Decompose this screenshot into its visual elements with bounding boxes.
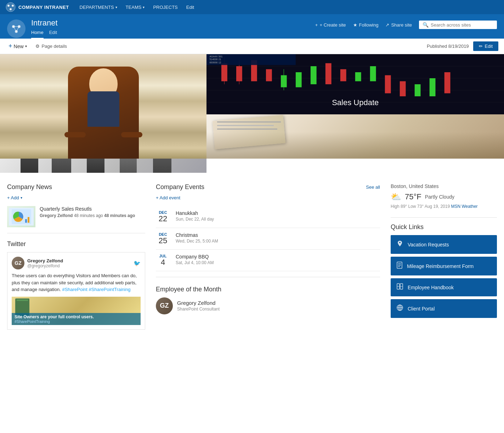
quick-links-section: Quick Links Vacation Requests <box>391 223 497 318</box>
hero-sales-chart[interactable]: AGA4X 501 514000 21 669990 12 Sales Upda… <box>206 54 504 114</box>
svg-point-4 <box>8 5 9 6</box>
share-site-button[interactable]: ↗ Share site <box>385 22 412 28</box>
event-item-christmas[interactable]: DEC 25 Christmas Wed, Dec 25, 5:00 AM <box>156 228 380 250</box>
page-action-bar-right: Published 8/19/2019 ✏ Edit <box>427 41 498 51</box>
nav-teams[interactable]: TEAMS ▾ <box>122 0 148 14</box>
weather-temperature: 75°F <box>405 192 421 201</box>
hero-meeting-image[interactable] <box>0 159 206 173</box>
company-news-title: Company News <box>7 183 145 191</box>
tweet-avatar: GZ <box>12 257 24 269</box>
tweet-hashtags[interactable]: #SharePoint #SharePointTraining <box>62 287 130 292</box>
page-action-bar-left: + New ▾ ⚙ Page details <box>6 41 67 51</box>
top-navigation: COMPANY INTRANET DEPARTMENTS ▾ TEAMS ▾ P… <box>0 0 504 14</box>
events-header: Company Events See all <box>156 183 380 191</box>
pencil-icon: ✏ <box>479 44 483 49</box>
event-item-hanukkah[interactable]: DEC 22 Hanukkah Sun, Dec 22, All day <box>156 206 380 228</box>
client-portal-button[interactable]: Client Portal <box>391 299 497 318</box>
logo-icon <box>6 2 16 12</box>
nav-edit[interactable]: Edit <box>183 0 198 14</box>
see-all-link[interactable]: See all <box>366 184 380 190</box>
svg-text:514000 21: 514000 21 <box>210 58 221 61</box>
chevron-down-icon: ▾ <box>115 5 117 9</box>
divider <box>7 233 145 233</box>
tweet-name: Gregory Zelfond <box>27 258 63 263</box>
company-logo[interactable]: COMPANY INTRANET <box>6 2 69 12</box>
published-date: Published 8/19/2019 <box>427 44 469 49</box>
company-name: COMPANY INTRANET <box>18 5 69 10</box>
settings-icon: ⚙ <box>35 44 40 49</box>
tweet-text: These users can do everything Visitors a… <box>12 272 141 293</box>
hero-books-image[interactable] <box>206 114 504 159</box>
page-details-button[interactable]: ⚙ Page details <box>35 44 67 49</box>
quick-links-title: Quick Links <box>391 223 497 231</box>
news-item[interactable]: Quarterly Sales Resutls Gregory Zelfond … <box>7 206 145 227</box>
tweet-container: GZ Gregory Zelfond @gregoryzelfond 🐦 The… <box>7 252 145 330</box>
main-content: Company News + Add ▾ <box>0 173 504 340</box>
employee-of-month-section: Employee of the Month GZ Gregory Zelfond… <box>156 286 380 314</box>
book-icon <box>396 283 403 291</box>
nav-departments[interactable]: DEPARTMENTS ▾ <box>76 0 121 14</box>
site-logo <box>7 19 26 38</box>
svg-line-14 <box>13 27 16 32</box>
vacation-requests-button[interactable]: Vacation Requests <box>391 235 497 254</box>
center-column: Company Events See all + Add event DEC 2… <box>156 183 380 330</box>
tweet-image-overlay: Site Owners are your full control users.… <box>12 313 141 325</box>
top-nav-items: DEPARTMENTS ▾ TEAMS ▾ PROJECTS Edit <box>76 0 198 14</box>
add-news-button[interactable]: + Add ▾ <box>7 195 145 200</box>
events-title: Company Events <box>156 183 204 191</box>
nav-projects[interactable]: PROJECTS <box>149 0 181 14</box>
hero-section: AGA4X 501 514000 21 669990 12 Sales Upda… <box>0 54 504 173</box>
svg-rect-33 <box>415 84 421 96</box>
eom-title: Employee of the Month <box>156 286 380 293</box>
new-button[interactable]: + New ▾ <box>6 41 30 51</box>
weather-location: Boston, United States <box>391 183 497 189</box>
company-events-section: Company Events See all + Add event DEC 2… <box>156 183 380 271</box>
form-icon <box>396 262 403 270</box>
twitter-bird-icon: 🐦 <box>134 260 141 267</box>
edit-button[interactable]: ✏ Edit <box>473 41 498 51</box>
site-nav: Home Edit <box>31 30 58 39</box>
chevron-down-icon: ▾ <box>143 5 145 9</box>
sales-update-label: Sales Update <box>332 98 379 107</box>
hero-baby-image[interactable] <box>0 54 206 159</box>
eom-name: Gregory Zelfond <box>177 300 220 306</box>
site-nav-home[interactable]: Home <box>31 30 44 39</box>
msn-weather-link[interactable]: MSN Weather <box>451 204 477 209</box>
site-header-right: + + Create site ★ Following ↗ Share site… <box>315 18 497 29</box>
employee-handbook-button[interactable]: Employee Handbook <box>391 278 497 296</box>
event-info: Hanukkah Sun, Dec 22, All day <box>176 210 214 223</box>
create-site-button[interactable]: + + Create site <box>315 22 346 28</box>
left-column: Company News + Add ▾ <box>7 183 145 330</box>
eom-person: GZ Gregory Zelfond SharePoint Consultant <box>156 297 380 314</box>
globe-icon <box>396 304 403 313</box>
svg-rect-26 <box>311 66 317 84</box>
event-item-bbq[interactable]: JUL 4 Company BBQ Sat, Jul 4, 10:00 AM <box>156 250 380 271</box>
event-date: DEC 25 <box>156 232 170 245</box>
svg-rect-45 <box>25 219 27 223</box>
svg-rect-46 <box>28 217 29 223</box>
tweet-header: GZ Gregory Zelfond @gregoryzelfond 🐦 <box>12 257 141 269</box>
search-input[interactable] <box>431 22 493 28</box>
share-icon: ↗ <box>385 22 389 28</box>
svg-rect-23 <box>266 69 272 81</box>
news-article-title: Quarterly Sales Resutls <box>40 206 135 212</box>
news-text: Quarterly Sales Resutls Gregory Zelfond … <box>40 206 135 227</box>
star-icon: ★ <box>353 22 357 28</box>
right-column: Boston, United States ⛅ 75°F Partly Clou… <box>391 183 497 330</box>
svg-rect-27 <box>325 63 332 85</box>
mileage-reimbursement-button[interactable]: Mileage Reimbursement Form <box>391 257 497 275</box>
site-nav-edit[interactable]: Edit <box>49 30 57 39</box>
event-info: Company BBQ Sat, Jul 4, 10:00 AM <box>176 254 214 267</box>
news-thumb-inner <box>9 208 34 226</box>
add-event-button[interactable]: + Add event <box>156 195 380 200</box>
weather-divider <box>391 217 497 218</box>
eom-avatar: GZ <box>156 297 173 314</box>
site-header: Intranet Home Edit + + Create site ★ Fol… <box>0 14 504 39</box>
following-button[interactable]: ★ Following <box>353 22 379 28</box>
chevron-down-icon: ▾ <box>21 196 22 200</box>
company-news-section: Company News + Add ▾ <box>7 183 145 227</box>
site-title: Intranet <box>31 18 58 28</box>
news-time-ago: 48 minutes ago <box>74 213 103 218</box>
weather-description: Partly Cloudy <box>425 194 454 200</box>
eom-info: Gregory Zelfond SharePoint Consultant <box>177 300 220 312</box>
